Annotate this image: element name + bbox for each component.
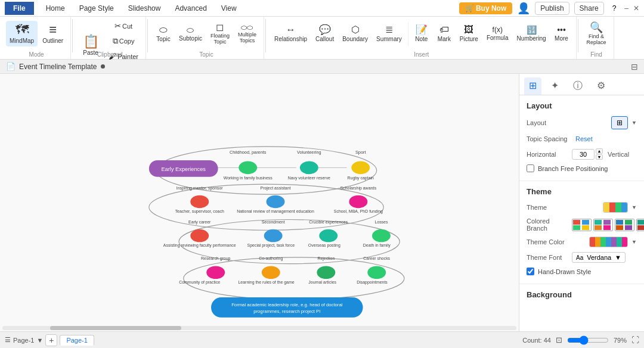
horizontal-input[interactable] [572,149,595,160]
sep-inner [408,22,408,46]
svg-text:Overseas posting: Overseas posting [308,243,340,248]
page-tab-1[interactable]: Page-1 [60,335,94,346]
canvas-scrollbar[interactable] [2,326,516,330]
relationship-button[interactable]: ↔ Relationship [271,23,311,45]
help-button[interactable]: ? [609,3,620,14]
svg-text:School, MBA, PhD funding: School, MBA, PhD funding [334,209,383,214]
summary-button[interactable]: ≣ Summary [373,23,405,45]
add-page-button[interactable]: + [45,334,57,346]
horizontal-spinner[interactable]: ▲ ▼ [596,148,603,160]
horizontal-down[interactable]: ▼ [596,154,603,160]
cut-button[interactable]: ✂ Cut [105,19,142,33]
panel-tab-info[interactable]: ⓘ [568,77,587,95]
floating-topic-button[interactable]: ◻ FloatingTopic [207,20,233,48]
theme-swatch-group[interactable] [603,202,628,213]
mark-button[interactable]: 🏷 Mark [434,23,455,45]
theme-color-dropdown[interactable]: ▼ [631,239,637,245]
note-icon: 📝 [416,25,428,35]
colored-branch-opt1[interactable] [572,219,592,231]
theme-dropdown-arrow[interactable]: ▼ [631,204,637,210]
mindmap-svg: Early Experiences Childhood, parents Vol… [0,74,519,331]
svg-point-45 [317,266,335,279]
relationship-label: Relationship [274,36,307,42]
outliner-button[interactable]: ≡ Outliner [39,21,67,46]
note-button[interactable]: 📝 Note [411,23,432,45]
layout-value: ⊞ ▼ [611,116,637,129]
panel-tab-style[interactable]: ✦ [546,77,564,95]
hand-drawn-row: Hand-Drawn Style [527,268,637,275]
fullscreen-btn[interactable]: ⛶ [631,335,639,344]
menu-home[interactable]: Home [44,3,67,14]
topic-button[interactable]: ⬭ Topic [153,23,174,45]
copy-button[interactable]: ⧉ Copy [105,34,142,48]
sep2 [147,19,148,52]
menu-page-style[interactable]: Page Style [77,3,116,14]
svg-text:Losses: Losses [374,220,388,224]
share-button[interactable]: Share [574,2,604,15]
colored-branch-opt3[interactable] [615,219,634,231]
ribbon-clipboard-group: 📋 Paste ✂ Cut ⧉ Copy 🖌 Painter Clipboard [74,17,146,59]
ribbon-find-group: 🔍 Find &Replace Find [580,17,614,59]
callout-button[interactable]: 💬 Callout [312,23,338,45]
layout-grid-icon[interactable]: ⊞ [611,116,628,129]
fit-page-btn[interactable]: ⊡ [556,335,562,344]
window-minimize[interactable]: – [624,4,628,13]
multiple-topics-button[interactable]: ⬭⬭ MultipleTopics [234,21,260,46]
file-menu[interactable]: File [5,2,34,15]
page-indicator: Page-1 [13,337,34,344]
theme-color-swatch-group[interactable] [589,237,628,247]
find-replace-button[interactable]: 🔍 Find &Replace [583,20,610,48]
formula-button[interactable]: f(x) Formula [483,24,512,44]
boundary-button[interactable]: ⬡ Boundary [339,23,371,45]
hand-drawn-label: Hand-Drawn Style [538,268,591,275]
theme-swatch-2 [609,203,615,212]
svg-point-9 [239,161,257,175]
svg-text:Journal articles: Journal articles [308,280,336,284]
hand-drawn-checkbox[interactable] [527,268,534,275]
svg-text:Early career: Early career [188,220,211,225]
menu-slideshow[interactable]: Slideshow [126,3,163,14]
zoom-slider[interactable] [567,335,609,345]
svg-point-21 [190,195,209,209]
theme-font-dropdown[interactable]: Aa Verdana ▼ [572,252,626,263]
subtopic-button[interactable]: ⬭ Subtopic [175,23,206,44]
ribbon-toolbar: 🗺 MindMap ≡ Outliner Mode 📋 Paste ✂ Cut [0,17,644,60]
horizontal-up[interactable]: ▲ [596,148,603,154]
picture-button[interactable]: 🖼 Picture [456,23,482,45]
mindmap-button[interactable]: 🗺 MindMap [6,21,38,46]
callout-icon: 💬 [319,25,331,35]
outliner-label: Outliner [42,38,63,44]
panel-tab-layout[interactable]: ⊞ [524,77,541,95]
colored-branch-opt2[interactable] [593,219,613,231]
page-menu-btn[interactable]: ☰ [5,336,11,344]
branch-free-label: Branch Free Positioning [538,165,608,172]
page-dropdown-arrow[interactable]: ▼ [36,337,43,344]
expand-button[interactable]: ⊟ [631,62,638,72]
theme-font-label: Theme Font [527,254,568,261]
menu-view[interactable]: View [219,3,239,14]
font-dropdown-arrow: ▼ [615,254,621,261]
multiple-topics-icon: ⬭⬭ [241,24,253,31]
svg-text:Learning the rules of the game: Learning the rules of the game [239,280,295,285]
tc-swatch-2 [595,237,600,247]
panel-tab-settings[interactable]: ⚙ [592,77,610,95]
branch-free-checkbox[interactable] [527,164,534,172]
numbering-icon: 🔢 [527,26,537,34]
window-close[interactable]: ✕ [633,4,639,13]
user-avatar[interactable]: 👤 [517,2,530,15]
canvas-area[interactable]: Early Experiences Childhood, parents Vol… [0,74,519,331]
page-tab-label: Page-1 [66,337,87,344]
publish-button[interactable]: Publish [535,2,569,15]
horizontal-label: Horizontal [527,151,568,158]
reset-button[interactable]: Reset [572,134,596,144]
colored-branch-opt4[interactable] [636,219,644,231]
menu-advanced[interactable]: Advanced [172,3,209,14]
more-button[interactable]: ••• More [551,23,572,44]
paste-icon: 📋 [83,35,99,48]
numbering-button[interactable]: 🔢 Numbering [513,23,550,44]
copy-label: Copy [119,38,135,45]
layout-dropdown-arrow[interactable]: ▼ [631,120,637,126]
buy-now-button[interactable]: 🛒 Buy Now [459,2,513,14]
svg-point-11 [351,161,370,175]
topic-group-label: Topic [199,51,213,58]
